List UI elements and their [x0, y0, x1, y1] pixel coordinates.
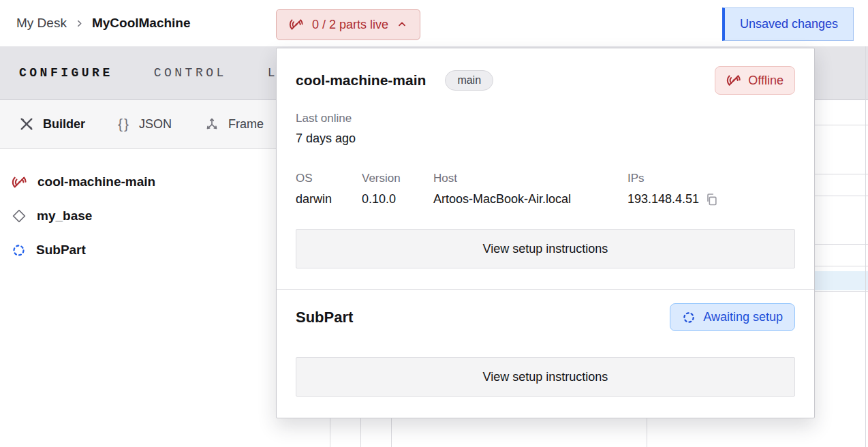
last-online-value: 7 days ago — [296, 132, 795, 146]
json-label: JSON — [139, 117, 172, 132]
frame-mode-button[interactable]: Frame — [204, 117, 264, 132]
highlighted-row-fragment — [815, 271, 868, 290]
main-part-section: cool-machine-main main Offline Last onli… — [277, 48, 814, 268]
offline-icon — [726, 73, 741, 88]
part-title: SubPart — [296, 309, 353, 326]
dashed-circle-icon — [12, 243, 26, 258]
os-column-header: OS — [296, 172, 362, 185]
breadcrumb-machine-name: MyCoolMachine — [92, 16, 191, 31]
unsaved-changes-button[interactable]: Unsaved changes — [722, 7, 854, 41]
breadcrumb-root-link[interactable]: My Desk — [16, 16, 67, 31]
ips-column-header: IPs — [627, 172, 718, 185]
version-link[interactable]: 0.10.0 — [362, 192, 433, 206]
parts-status-dropdown-panel: cool-machine-main main Offline Last onli… — [276, 48, 815, 418]
view-setup-instructions-button[interactable]: View setup instructions — [296, 229, 795, 268]
status-badge-label: Awaiting setup — [703, 310, 783, 324]
view-setup-instructions-button[interactable]: View setup instructions — [296, 357, 795, 397]
part-meta-table: OS darwin Version 0.10.0 Host Artoos-Mac… — [296, 172, 795, 206]
tab-configure[interactable]: CONFIGURE — [19, 66, 113, 80]
braces-icon: {} — [118, 116, 130, 132]
subpart-section: SubPart Awaiting setup View setup instru… — [277, 290, 814, 397]
part-name-label: cool-machine-main — [37, 174, 155, 189]
background-content-right-edge — [815, 100, 868, 447]
status-badge-offline: Offline — [715, 66, 795, 95]
chevron-right-icon — [75, 19, 84, 28]
tools-icon — [19, 117, 34, 132]
parts-live-label: 0 / 2 parts live — [312, 18, 388, 32]
list-item-my-base[interactable]: my_base — [0, 199, 273, 233]
builder-label: Builder — [43, 117, 85, 132]
main-part-badge: main — [445, 70, 493, 91]
status-badge-awaiting-setup[interactable]: Awaiting setup — [670, 303, 795, 331]
chevron-up-icon — [397, 19, 407, 30]
machine-parts-list: cool-machine-main my_base SubPart — [0, 165, 273, 267]
last-online-label: Last online — [296, 112, 795, 125]
frame-label: Frame — [228, 117, 264, 132]
tab-control[interactable]: CONTROL — [154, 66, 227, 80]
os-value: darwin — [296, 192, 362, 206]
json-mode-button[interactable]: {} JSON — [118, 116, 172, 132]
breadcrumb: My Desk MyCoolMachine — [16, 0, 191, 46]
background-column-divider — [330, 418, 330, 447]
part-name-label: SubPart — [36, 243, 86, 258]
part-title: cool-machine-main — [296, 72, 426, 89]
unsaved-changes-label: Unsaved changes — [740, 17, 838, 31]
status-badge-label: Offline — [748, 74, 784, 88]
list-item-cool-machine-main[interactable]: cool-machine-main — [0, 165, 273, 199]
dashed-circle-icon — [682, 311, 696, 324]
host-value: Artoos-MacBook-Air.local — [433, 192, 627, 206]
diamond-icon — [12, 209, 27, 224]
background-column-divider — [647, 418, 647, 447]
background-column-divider — [360, 418, 361, 447]
parts-live-dropdown-button[interactable]: 0 / 2 parts live — [276, 9, 420, 40]
frame-axis-icon — [204, 117, 219, 132]
right-edge-divider — [865, 46, 866, 447]
part-name-label: my_base — [37, 209, 92, 224]
offline-icon — [12, 174, 27, 190]
top-header: My Desk MyCoolMachine 0 / 2 parts live U… — [0, 0, 868, 46]
offline-icon — [289, 17, 304, 32]
host-column-header: Host — [433, 172, 627, 185]
background-column-divider — [391, 418, 392, 447]
ip-value: 193.148.4.51 — [627, 192, 699, 206]
version-column-header: Version — [362, 172, 433, 185]
builder-mode-button[interactable]: Builder — [19, 117, 85, 132]
copy-icon[interactable] — [705, 193, 718, 206]
list-item-subpart[interactable]: SubPart — [0, 233, 273, 267]
